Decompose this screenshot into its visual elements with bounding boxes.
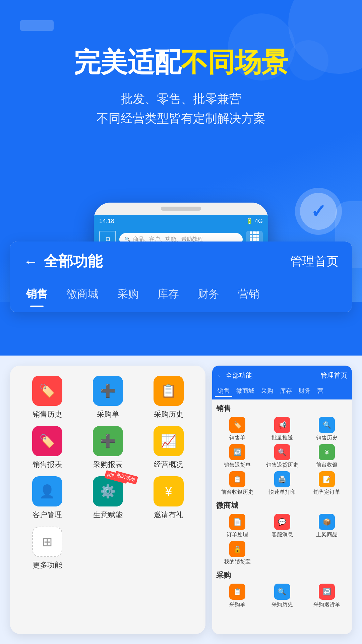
invite-gift-icon[interactable]: ¥: [154, 476, 184, 506]
s-purchase-order-icon[interactable]: 📋: [229, 584, 245, 600]
list-item: ⚙️ 限时活动 生意赋能: [81, 476, 135, 520]
s-customer-msg-icon[interactable]: 💬: [274, 514, 290, 530]
small-tab-sales[interactable]: 销售: [215, 385, 232, 397]
back-arrow-icon: ←: [23, 253, 38, 270]
sales-history-icon[interactable]: 🏷️: [32, 376, 62, 406]
s-sales-history-icon[interactable]: 🔍: [319, 417, 335, 433]
small-tab-purchase[interactable]: 采购: [258, 385, 276, 397]
list-item: 🔍 销售历史: [306, 417, 348, 441]
status-bar-placeholder: [20, 20, 54, 31]
s-sales-order-label: 销售单: [229, 434, 245, 441]
app-icon-grid: 🏷️ 销售历史 ➕ 采购单 📋 采购历史 🏷️ 销售报表 ➕: [17, 372, 199, 574]
small-tab-finance[interactable]: 财务: [296, 385, 313, 397]
nav-panel-header: ← 全部功能 管理首页: [10, 241, 352, 281]
sales-report-icon[interactable]: 🏷️: [32, 426, 62, 456]
nav-panel-title: 全部功能: [44, 252, 103, 271]
nav-panel-right-link[interactable]: 管理首页: [290, 253, 339, 270]
app-screen-content: 🏷️ 销售历史 ➕ 采购单 📋 采购历史 🏷️ 销售报表 ➕: [10, 366, 205, 634]
purchase-order-icon[interactable]: ➕: [93, 376, 123, 406]
small-section-purchase-title: 采购: [216, 570, 348, 580]
s-lock-treasure-icon[interactable]: 🔒: [229, 541, 245, 557]
small-wechat-grid: 📄 订单处理 💬 客服消息 📦 上架商品 🔒 我的锁货宝: [216, 514, 348, 566]
nav-tab-inventory[interactable]: 库存: [148, 281, 188, 307]
list-item: 🔍 销售退货历史: [261, 444, 303, 469]
business-overview-label: 经营概况: [154, 460, 183, 470]
list-item: 🖨️ 快速单打印: [261, 471, 303, 496]
s-cashier-history-label: 前台收银历史: [221, 489, 253, 496]
list-item: 📦 上架商品: [306, 514, 348, 538]
purchase-report-icon[interactable]: ➕: [93, 426, 123, 456]
business-empowerment-label: 生意赋能: [93, 510, 123, 520]
business-empowerment-icon[interactable]: ⚙️ 限时活动: [93, 476, 123, 506]
small-screen-content: 销售 🏷️ 销售单 📢 批量推送 🔍 销售历史 ↩️ 销售退货单: [212, 399, 352, 634]
list-item: 👤 客户管理: [20, 476, 74, 520]
s-quick-print-icon[interactable]: 🖨️: [274, 471, 290, 487]
list-item: ¥ 邀请有礼: [141, 476, 195, 520]
small-section-sales-title: 销售: [216, 404, 348, 414]
small-section-wechat-title: 微商城: [216, 500, 348, 511]
list-item: 📋 采购单: [216, 584, 258, 608]
more-features-icon[interactable]: ⊞: [32, 527, 62, 557]
search-icon: 🔍: [125, 236, 130, 242]
nav-back-button[interactable]: ← 全部功能: [23, 252, 103, 271]
s-sales-return-history-label: 销售退货历史: [266, 462, 298, 469]
hero-subtitle-line1: 批发、零售、批零兼营: [20, 89, 342, 109]
qr-icon: [250, 231, 259, 241]
s-sales-return-icon[interactable]: ↩️: [229, 444, 245, 460]
list-item: ¥ 前台收银: [306, 444, 348, 469]
check-circle: ✓: [295, 188, 342, 235]
check-mark-icon: ✓: [311, 201, 326, 222]
small-nav-title[interactable]: ← 全部功能: [217, 371, 252, 380]
s-bulk-push-icon[interactable]: 📢: [274, 417, 290, 433]
small-nav-right[interactable]: 管理首页: [320, 371, 347, 380]
customer-mgmt-icon[interactable]: 👤: [32, 476, 62, 506]
scan-icon: ⊡: [106, 236, 110, 242]
sales-history-label: 销售历史: [33, 409, 62, 419]
s-sales-order-mgmt-label: 销售定订单: [313, 489, 340, 496]
nav-tab-purchase[interactable]: 采购: [108, 281, 148, 307]
list-item: ↩️ 销售退货单: [216, 444, 258, 469]
purchase-history-label: 采购历史: [154, 409, 183, 419]
list-item: 🏷️ 销售单: [216, 417, 258, 441]
small-tab-wechat-shop[interactable]: 微商城: [234, 385, 257, 397]
invite-gift-label: 邀请有礼: [154, 510, 183, 520]
nav-tab-finance[interactable]: 财务: [188, 281, 229, 307]
phone-notch: [161, 207, 201, 211]
phone-top-bar: [94, 203, 268, 215]
phone-time: 14:18: [99, 218, 114, 225]
s-cashier-history-icon[interactable]: 📋: [229, 471, 245, 487]
nav-tab-marketing[interactable]: 营销: [229, 281, 269, 307]
s-order-proc-icon[interactable]: 📄: [229, 514, 245, 530]
purchase-history-icon[interactable]: 📋: [154, 376, 184, 406]
small-tab-inventory[interactable]: 库存: [277, 385, 295, 397]
nav-panel-tabs: 销售 微商城 采购 库存 财务 营销: [10, 281, 352, 312]
small-nav-header: ← 全部功能 管理首页: [212, 366, 352, 385]
s-order-proc-label: 订单处理: [227, 531, 248, 538]
list-item: 📈 经营概况: [141, 426, 195, 470]
small-tab-marketing[interactable]: 营: [315, 385, 326, 397]
list-item: ➕ 采购单: [81, 376, 135, 419]
list-item: ⊞ 更多功能: [20, 527, 74, 570]
list-item: 🔍 采购历史: [261, 584, 303, 608]
business-overview-icon[interactable]: 📈: [154, 426, 184, 456]
nav-tab-sales[interactable]: 销售: [17, 281, 57, 307]
app-screen-small: ← 全部功能 管理首页 销售 微商城 采购 库存 财务 营 销售 🏷️ 销售单 …: [212, 366, 352, 634]
s-sales-return-history-icon[interactable]: 🔍: [274, 444, 290, 460]
s-sales-order-mgmt-icon[interactable]: 📝: [319, 471, 335, 487]
s-cashier-icon[interactable]: ¥: [319, 444, 335, 460]
list-item: 🏷️ 销售历史: [20, 376, 74, 419]
s-lock-treasure-label: 我的锁货宝: [224, 558, 251, 566]
s-bulk-push-label: 批量推送: [272, 434, 293, 441]
nav-panel: ← 全部功能 管理首页 销售 微商城 采购 库存 财务 营销: [10, 241, 352, 312]
nav-tab-wechat-shop[interactable]: 微商城: [57, 281, 108, 307]
s-purchase-return-label: 采购退货单: [313, 601, 340, 608]
s-purchase-history-icon[interactable]: 🔍: [274, 584, 290, 600]
check-circle-inner: ✓: [300, 193, 337, 230]
s-purchase-return-icon[interactable]: ↩️: [319, 584, 335, 600]
activity-badge: 限时活动: [104, 470, 128, 484]
s-sales-order-icon[interactable]: 🏷️: [229, 417, 245, 433]
small-sales-grid: 🏷️ 销售单 📢 批量推送 🔍 销售历史 ↩️ 销售退货单 🔍 销售: [216, 417, 348, 496]
s-quick-print-label: 快速单打印: [269, 489, 296, 496]
s-list-product-icon[interactable]: 📦: [319, 514, 335, 530]
list-item: 📄 订单处理: [216, 514, 258, 538]
